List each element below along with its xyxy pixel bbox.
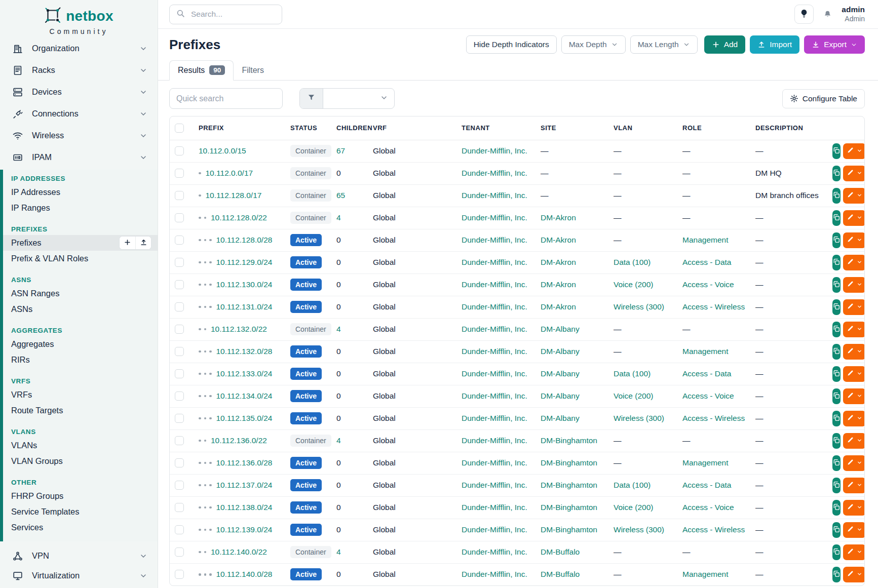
vlan-link[interactable]: Wireless (300)	[614, 525, 664, 534]
clone-button[interactable]	[832, 210, 841, 226]
sidebar-item-devices[interactable]: Devices	[0, 81, 158, 103]
prefix-link[interactable]: 10.112.135.0/24	[216, 414, 273, 423]
clone-button[interactable]	[832, 277, 841, 293]
prefix-link[interactable]: 10.112.131.0/24	[216, 302, 273, 311]
select-all-checkbox[interactable]	[175, 124, 184, 133]
children-link[interactable]: 4	[336, 325, 341, 333]
theme-toggle-button[interactable]	[794, 5, 814, 24]
row-checkbox[interactable]	[175, 280, 184, 289]
site-link[interactable]: DM-Akron	[541, 258, 576, 266]
sidebar-item-virtualization[interactable]: Virtualization	[0, 566, 158, 585]
sidebar-item-vpn[interactable]: VPN	[0, 546, 158, 566]
row-checkbox[interactable]	[175, 236, 184, 245]
edit-button[interactable]	[843, 255, 865, 270]
edit-button[interactable]	[843, 322, 865, 337]
configure-table-button[interactable]: Configure Table	[782, 89, 865, 108]
tab-results[interactable]: Results 90	[169, 60, 234, 81]
edit-button[interactable]	[843, 210, 865, 226]
global-search[interactable]	[169, 5, 282, 24]
clone-button[interactable]	[832, 166, 841, 181]
hide-depth-indicators-button[interactable]: Hide Depth Indicators	[466, 35, 557, 54]
role-link[interactable]: Access - Wireless	[682, 414, 745, 422]
prefix-link[interactable]: 10.112.136.0/22	[211, 436, 267, 445]
vlan-link[interactable]: Voice (200)	[614, 503, 653, 512]
tenant-link[interactable]: Dunder-Mifflin, Inc.	[462, 414, 527, 422]
max-length-dropdown[interactable]: Max Length	[630, 35, 698, 54]
clone-button[interactable]	[832, 433, 841, 449]
site-link[interactable]: DM-Binghamton	[541, 458, 597, 467]
sidebar-item-vlan-groups[interactable]: VLAN Groups	[3, 453, 158, 469]
sidebar-item-ipam[interactable]: IPAM	[0, 146, 158, 168]
prefix-link[interactable]: 10.112.128.0/17	[206, 191, 262, 200]
quick-import-button[interactable]	[135, 237, 151, 249]
prefix-link[interactable]: 10.112.133.0/24	[216, 369, 273, 378]
prefix-link[interactable]: 10.112.134.0/24	[216, 391, 273, 401]
clone-button[interactable]	[832, 366, 841, 382]
row-checkbox[interactable]	[175, 436, 184, 445]
sidebar-item-organization[interactable]: Organization	[0, 37, 158, 59]
site-link[interactable]: DM-Binghamton	[541, 503, 597, 512]
prefix-link[interactable]: 10.112.129.0/24	[216, 258, 273, 267]
row-checkbox[interactable]	[175, 258, 184, 267]
tab-filters[interactable]: Filters	[234, 61, 272, 80]
prefix-link[interactable]: 10.112.132.0/22	[211, 325, 267, 334]
row-checkbox[interactable]	[175, 302, 184, 311]
site-link[interactable]: DM-Binghamton	[541, 436, 597, 445]
row-checkbox[interactable]	[175, 146, 184, 155]
row-checkbox[interactable]	[175, 525, 184, 534]
tenant-link[interactable]: Dunder-Mifflin, Inc.	[462, 325, 527, 333]
vlan-link[interactable]: Data (100)	[614, 369, 651, 378]
role-link[interactable]: Access - Wireless	[682, 302, 745, 311]
prefix-link[interactable]: 10.112.139.0/24	[216, 525, 273, 534]
tenant-link[interactable]: Dunder-Mifflin, Inc.	[462, 347, 527, 356]
sidebar-item-route-targets[interactable]: Route Targets	[3, 403, 158, 418]
role-link[interactable]: Access - Voice	[682, 503, 734, 512]
sidebar-item-circuits[interactable]: Circuits	[0, 585, 158, 588]
clone-button[interactable]	[832, 255, 841, 270]
clone-button[interactable]	[832, 567, 841, 582]
site-link[interactable]: DM-Akron	[541, 302, 576, 311]
vlan-link[interactable]: Voice (200)	[614, 280, 653, 289]
tenant-link[interactable]: Dunder-Mifflin, Inc.	[462, 213, 527, 222]
edit-button[interactable]	[843, 411, 865, 426]
filter-button[interactable]	[300, 89, 323, 108]
role-link[interactable]: Access - Data	[682, 369, 731, 378]
site-link[interactable]: DM-Binghamton	[541, 525, 597, 534]
prefix-link[interactable]: 10.112.138.0/24	[216, 503, 273, 512]
tenant-link[interactable]: Dunder-Mifflin, Inc.	[462, 436, 527, 445]
clone-button[interactable]	[832, 455, 841, 471]
sidebar-item-ip-addresses[interactable]: IP Addresses	[3, 184, 158, 200]
clone-button[interactable]	[832, 232, 841, 248]
user-menu[interactable]: admin Admin	[842, 5, 865, 23]
sidebar-item-prefixes[interactable]: Prefixes	[3, 235, 158, 251]
add-button[interactable]: Add	[704, 35, 746, 54]
clone-button[interactable]	[832, 388, 841, 404]
row-checkbox[interactable]	[175, 414, 184, 423]
site-link[interactable]: DM-Binghamton	[541, 481, 597, 489]
clone-button[interactable]	[832, 143, 841, 159]
sidebar-item-rirs[interactable]: RIRs	[3, 352, 158, 368]
prefix-link[interactable]: 10.112.132.0/28	[216, 347, 273, 356]
clone-button[interactable]	[832, 544, 841, 560]
role-link[interactable]: Access - Wireless	[682, 525, 745, 534]
quick-add-button[interactable]	[120, 237, 135, 249]
site-link[interactable]: DM-Buffalo	[541, 547, 580, 556]
saved-filter-select[interactable]	[323, 89, 394, 108]
tenant-link[interactable]: Dunder-Mifflin, Inc.	[462, 570, 527, 578]
sidebar-item-wireless[interactable]: Wireless	[0, 125, 158, 146]
row-checkbox[interactable]	[175, 169, 184, 178]
vlan-link[interactable]: Data (100)	[614, 481, 651, 489]
clone-button[interactable]	[832, 411, 841, 426]
edit-button[interactable]	[843, 500, 865, 516]
vlan-link[interactable]: Data (100)	[614, 258, 651, 266]
row-checkbox[interactable]	[175, 503, 184, 512]
global-search-input[interactable]	[190, 9, 276, 19]
edit-button[interactable]	[843, 166, 865, 181]
tenant-link[interactable]: Dunder-Mifflin, Inc.	[462, 258, 527, 266]
row-checkbox[interactable]	[175, 369, 184, 378]
role-link[interactable]: Access - Voice	[682, 391, 734, 400]
clone-button[interactable]	[832, 522, 841, 538]
tenant-link[interactable]: Dunder-Mifflin, Inc.	[462, 302, 527, 311]
site-link[interactable]: DM-Albany	[541, 414, 580, 422]
row-checkbox[interactable]	[175, 458, 184, 467]
